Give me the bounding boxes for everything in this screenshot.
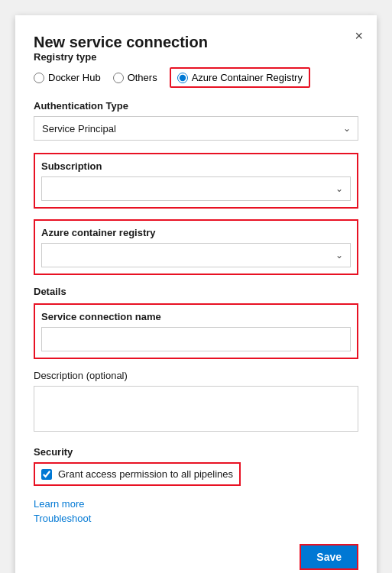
- troubleshoot-link[interactable]: Troubleshoot: [34, 513, 358, 524]
- auth-type-section: Authentication Type Service Principal Ma…: [34, 100, 358, 141]
- save-button[interactable]: Save: [300, 544, 358, 570]
- radio-others-label: Others: [128, 72, 157, 83]
- details-label: Details: [34, 286, 358, 297]
- close-button[interactable]: ×: [355, 29, 363, 43]
- registry-type-options: Docker Hub Others Azure Container Regist…: [34, 67, 358, 88]
- subscription-select[interactable]: [41, 176, 351, 201]
- auth-type-select[interactable]: Service Principal Managed Identity: [34, 116, 358, 141]
- security-checkbox-row: Grant access permission to all pipelines: [34, 462, 241, 486]
- radio-others-input[interactable]: [113, 73, 124, 83]
- description-input[interactable]: [34, 386, 358, 432]
- service-conn-name-section: Service connection name: [34, 303, 358, 359]
- description-label: Description (optional): [34, 370, 358, 381]
- grant-access-label: Grant access permission to all pipelines: [58, 468, 233, 480]
- service-conn-name-label: Service connection name: [41, 311, 351, 322]
- radio-azure-container-registry[interactable]: Azure Container Registry: [177, 72, 303, 83]
- new-service-connection-dialog: New service connection × Registry type D…: [15, 15, 377, 573]
- dialog-title: New service connection: [34, 34, 208, 50]
- radio-acr-input[interactable]: [177, 73, 188, 83]
- registry-type-label: Registry type: [34, 51, 358, 63]
- acr-dropdown-wrapper: ⌄: [41, 243, 351, 267]
- registry-type-section: Registry type Docker Hub Others Azure Co…: [34, 51, 358, 88]
- radio-docker-hub[interactable]: Docker Hub: [34, 72, 101, 83]
- auth-type-dropdown-wrapper: Service Principal Managed Identity ⌄: [34, 116, 358, 141]
- acr-select[interactable]: [41, 243, 351, 267]
- radio-others[interactable]: Others: [113, 72, 157, 83]
- subscription-dropdown-wrapper: ⌄: [41, 176, 351, 201]
- subscription-label: Subscription: [41, 160, 351, 172]
- description-section: Description (optional): [34, 370, 358, 434]
- radio-docker-hub-label: Docker Hub: [48, 72, 101, 83]
- acr-section: Azure container registry ⌄: [34, 219, 358, 275]
- radio-azure-container-registry-highlight: Azure Container Registry: [170, 67, 310, 88]
- security-label: Security: [34, 446, 358, 458]
- security-section: Security Grant access permission to all …: [34, 446, 358, 486]
- footer-links: Learn more Troubleshoot: [34, 498, 358, 524]
- details-section: Details Service connection name Descript…: [34, 286, 358, 434]
- learn-more-link[interactable]: Learn more: [34, 498, 358, 510]
- grant-access-checkbox[interactable]: [41, 469, 52, 480]
- auth-type-label: Authentication Type: [34, 100, 358, 112]
- radio-docker-hub-input[interactable]: [34, 73, 44, 83]
- radio-acr-label: Azure Container Registry: [192, 72, 303, 83]
- service-conn-name-input[interactable]: [41, 327, 351, 351]
- acr-label: Azure container registry: [41, 227, 351, 238]
- subscription-section: Subscription ⌄: [34, 153, 358, 209]
